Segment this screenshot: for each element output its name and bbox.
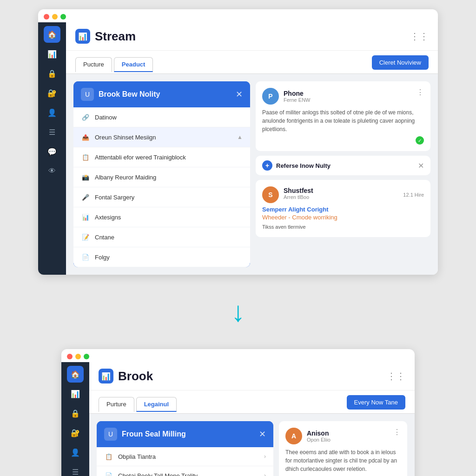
- menu-item-label: Albany Reuror Maiding: [95, 174, 243, 181]
- contact-info-bottom: A Anison Opon Eliio: [285, 428, 331, 444]
- menu-item-cntane[interactable]: 📝 Cntane: [73, 227, 250, 247]
- right-panel: P Phone Ferne ENW ⋮ Paase of militer anl…: [256, 81, 430, 267]
- traffic-lights-bottom: [61, 349, 415, 362]
- minimize-button-bottom[interactable]: [75, 354, 81, 359]
- tabs: Pucture Peaduct: [75, 57, 153, 72]
- sidebar-b-item-lock[interactable]: 🔒: [67, 405, 84, 422]
- tabs-bar: Pucture Peaduct Cleret Noviview: [66, 51, 438, 74]
- panel-header-left-bottom: U Froun Seal Milling: [104, 428, 186, 441]
- contact-card: P Phone Ferne ENW ⋮ Paase of militer anl…: [256, 81, 430, 151]
- notif-close-icon[interactable]: ✕: [418, 161, 424, 170]
- create-button[interactable]: Cleret Noviview: [372, 55, 429, 70]
- contact-avatar: P: [262, 88, 279, 105]
- app-header-bottom: 📊 Brook ⋮⋮: [89, 362, 415, 390]
- menu-item-oreun[interactable]: 📤 Oreun Shinset Mesiign ▲: [73, 127, 250, 147]
- create-button-bottom[interactable]: Every Now Tane: [347, 395, 405, 410]
- sidebar-item-menu[interactable]: ☰: [44, 124, 60, 140]
- menu-item-label: Cntane: [95, 234, 243, 241]
- panel-title-bottom: Froun Seal Milling: [122, 430, 186, 438]
- contact-header-bottom: A Anison Opon Eliio ⋮: [285, 428, 401, 444]
- menu-item-label: Axtesigns: [95, 214, 243, 221]
- sidebar-b-item-charts[interactable]: 📊: [67, 385, 84, 402]
- tab-pucture[interactable]: Pucture: [75, 57, 112, 72]
- msg-details: Shustfest Arren tlBoo: [284, 187, 313, 203]
- row-left: 📄 Chotai Beely Tall Mone Trality: [104, 471, 198, 476]
- tab-legainul[interactable]: Legainul: [136, 397, 177, 412]
- close-button-bottom[interactable]: [67, 354, 73, 359]
- left-panel-bottom: U Froun Seal Milling ✕ 📋 Obplia Tiantra …: [97, 421, 273, 476]
- sidebar-b-item-home[interactable]: 🏠: [67, 366, 84, 383]
- panel-close-icon[interactable]: ✕: [236, 89, 243, 99]
- menu-item-folgy[interactable]: 📄 Folgy: [73, 247, 250, 267]
- body-area: U Brook Bew Nolity ✕ 🔗 Datinow 📤 Oreun S…: [66, 74, 438, 275]
- notif-label: Referse Inow Nulty: [276, 162, 331, 169]
- tab-peaduct[interactable]: Peaduct: [114, 57, 153, 72]
- sidebar-item-user[interactable]: 👤: [44, 104, 60, 121]
- notification-bar: + Referse Inow Nulty ✕: [256, 156, 430, 175]
- app-title-bottom: Brook: [118, 369, 153, 383]
- header-more-icon-bottom[interactable]: ⋮⋮: [387, 370, 405, 382]
- contact-text: Paase of militer anlogs this solted of o…: [262, 108, 424, 133]
- sidebar-item-lock[interactable]: 🔒: [44, 65, 60, 82]
- menu-item-obplia[interactable]: 📋 Obplia Tiantra ›: [97, 447, 273, 466]
- panel-title: Brook Bew Nolity: [99, 90, 160, 99]
- panel-close-icon-bottom[interactable]: ✕: [259, 429, 266, 439]
- sidebar-item-lock2[interactable]: 🔐: [44, 85, 60, 101]
- msg-header: S Shustfest Arren tlBoo 12.1 Hire: [262, 186, 424, 203]
- down-arrow-icon: ↓: [231, 298, 245, 326]
- msg-link1[interactable]: Semperr Alight Coright: [262, 206, 424, 213]
- app-logo-bottom: 📊: [99, 369, 113, 383]
- sidebar-b-item-menu[interactable]: ☰: [67, 463, 84, 476]
- minimize-button[interactable]: [52, 14, 58, 20]
- sidebar-item-home[interactable]: 🏠: [44, 26, 60, 43]
- contact-name-bottom: Anison: [307, 430, 331, 437]
- panel-header: U Brook Bew Nolity ✕: [73, 81, 250, 107]
- panel-header-left: U Brook Bew Nolity: [81, 88, 160, 101]
- header-more-icon[interactable]: ⋮⋮: [410, 31, 429, 42]
- maximize-button[interactable]: [60, 14, 66, 20]
- status-badge: ✓: [416, 136, 424, 145]
- msg-name: Shustfest: [284, 187, 313, 194]
- close-button[interactable]: [44, 14, 49, 20]
- tab-purture[interactable]: Purture: [99, 397, 134, 412]
- contact-header: P Phone Ferne ENW ⋮: [262, 88, 424, 105]
- menu-item-datinow[interactable]: 🔗 Datinow: [73, 107, 250, 127]
- sidebar: 🏠 📊 🔒 🔐 👤 ☰ 💬 👁: [38, 22, 66, 275]
- contact-details: Phone Ferne ENW: [284, 90, 310, 103]
- main-content-bottom: 📊 Brook ⋮⋮ Purture Legainul Every Now Ta…: [89, 362, 415, 476]
- menu-item-atttentabli[interactable]: 📋 Atttentabli efor wered Trainigblock: [73, 147, 250, 167]
- contact-more-icon[interactable]: ⋮: [416, 88, 424, 97]
- app-layout: 🏠 📊 🔒 🔐 👤 ☰ 💬 👁 📊 Stream ⋮⋮ Pucture: [38, 22, 438, 275]
- menu-item-axtesigns[interactable]: 📊 Axtesigns: [73, 207, 250, 227]
- atttentabli-icon: 📋: [81, 152, 90, 162]
- axtesigns-icon: 📊: [81, 212, 90, 222]
- menu-item-fontal[interactable]: 🎤 Fontal Sargery: [73, 187, 250, 207]
- left-panel: U Brook Bew Nolity ✕ 🔗 Datinow 📤 Oreun S…: [73, 81, 250, 267]
- contact-more-icon-bottom[interactable]: ⋮: [393, 428, 401, 436]
- status-footer: ✓: [262, 136, 424, 145]
- sidebar-b-item-lock2[interactable]: 🔐: [67, 424, 84, 441]
- message-card: S Shustfest Arren tlBoo 12.1 Hire Semper…: [256, 180, 430, 237]
- notif-plus-icon[interactable]: +: [262, 160, 272, 171]
- maximize-button-bottom[interactable]: [84, 354, 89, 359]
- msg-link2[interactable]: Wheeder - Cmode worriking: [262, 214, 424, 221]
- oreun-icon: 📤: [81, 132, 90, 142]
- menu-item-albany[interactable]: 📸 Albany Reuror Maiding: [73, 167, 250, 187]
- sidebar-item-charts[interactable]: 📊: [44, 46, 60, 62]
- sidebar-item-chat[interactable]: 💬: [44, 143, 60, 160]
- contact-name: Phone: [284, 90, 310, 97]
- sidebar-b-item-user[interactable]: 👤: [67, 444, 84, 461]
- sidebar-bottom: 🏠 📊 🔒 🔐 👤 ☰ 🛡: [61, 362, 89, 476]
- contact-card-bottom: A Anison Opon Eliio ⋮ Thee eoems and atl…: [279, 421, 407, 476]
- panel-header-bottom: U Froun Seal Milling ✕: [97, 421, 273, 447]
- top-window: 🏠 📊 🔒 🔐 👤 ☰ 💬 👁 📊 Stream ⋮⋮ Pucture: [38, 9, 438, 275]
- contact-text-bottom: Thee eoems and atle with to book a in ie…: [285, 448, 401, 473]
- contact-avatar-bottom: A: [285, 428, 302, 444]
- chevron-icon: ›: [264, 453, 266, 460]
- menu-items-bottom: 📋 Obplia Tiantra › 📄 Chotai Beely Tall M…: [97, 447, 273, 476]
- menu-item-chotai[interactable]: 📄 Chotai Beely Tall Mone Trality ›: [97, 466, 273, 476]
- app-header: 📊 Stream ⋮⋮: [66, 22, 438, 51]
- sidebar-item-eye[interactable]: 👁: [44, 163, 60, 179]
- menu-item-label: Datinow: [95, 114, 243, 121]
- contact-details-bottom: Anison Opon Eliio: [307, 430, 331, 443]
